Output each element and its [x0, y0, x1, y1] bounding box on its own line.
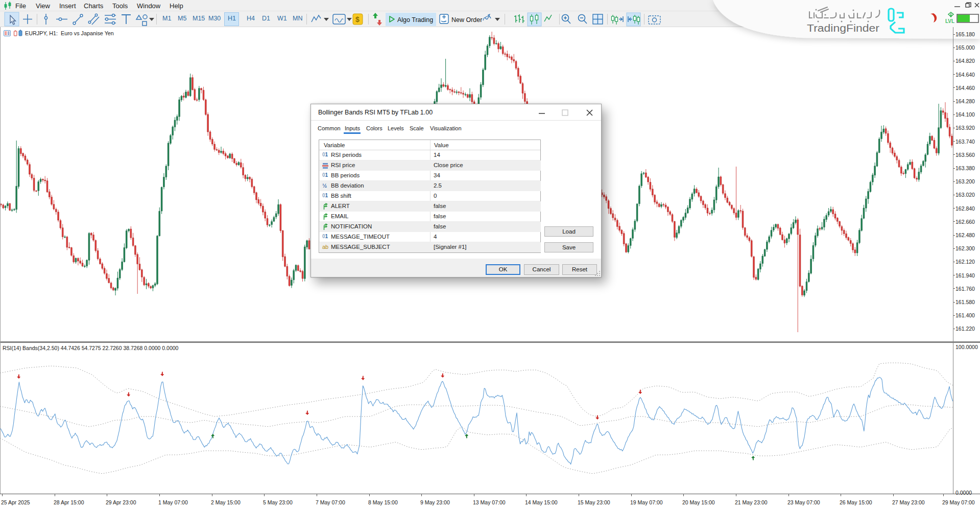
- svg-text:TradingFinder: TradingFinder: [807, 22, 879, 34]
- svg-text:LVL: LVL: [945, 18, 954, 24]
